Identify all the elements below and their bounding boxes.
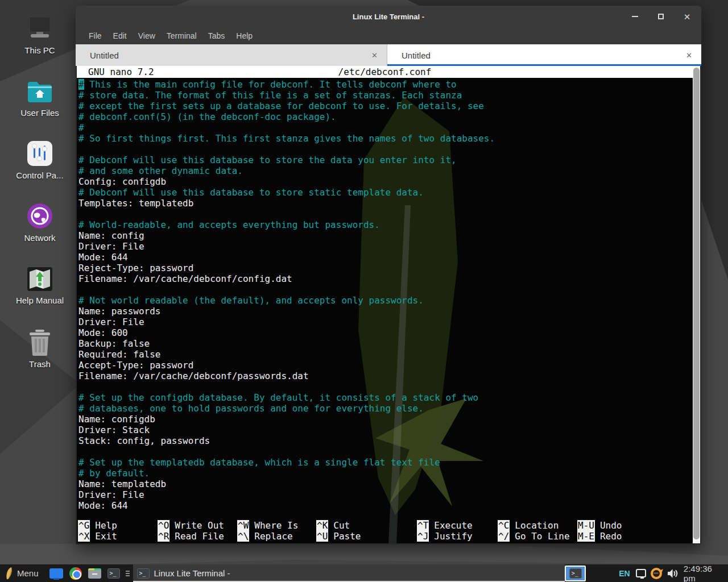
nano-shortcut-undo[interactable]: M-UUndo [577, 520, 622, 531]
nano-shortcut-help[interactable]: ^GHelp [78, 520, 117, 531]
menu-item-file[interactable]: File [83, 29, 107, 43]
terminal-screen[interactable]: GNU nano 7.2 /etc/debconf.conf # This is… [77, 66, 693, 543]
nano-shortcut-paste[interactable]: ^UPaste [316, 531, 361, 542]
editor-line: Templates: templatedb [78, 198, 693, 209]
blue-window-icon [49, 568, 63, 579]
maximize-button[interactable] [655, 10, 667, 23]
tab-untitled-2-active[interactable]: Untitled ✕ [387, 44, 701, 66]
desktop-icon-label: User Files [5, 108, 75, 118]
tab-label: Untitled [90, 51, 119, 60]
terminal-launcher[interactable]: >_ [107, 568, 120, 579]
keyboard-layout-indicator[interactable]: EN [619, 569, 630, 578]
desktop-icon-label: Trash [5, 359, 75, 369]
editor-line: # Debconf will use this database to stor… [78, 155, 693, 165]
clipboard-icon[interactable] [636, 569, 646, 577]
minimize-button[interactable] [628, 10, 641, 23]
editor-line [78, 284, 693, 295]
nano-shortcut-go-to-line[interactable]: ^/Go To Line [498, 531, 570, 542]
menu-button[interactable]: Menu [0, 564, 43, 582]
shortcut-key: M-U [577, 520, 595, 531]
editor-line: Name: configdb [78, 414, 693, 425]
editor-line: Reject-Type: password [78, 263, 693, 273]
tray-active-window-button[interactable]: >_ [565, 566, 586, 581]
shortcut-label: Read File [175, 531, 224, 542]
clock[interactable]: 2:49:36 pm [684, 564, 725, 582]
desktop-icon-trash[interactable]: Trash [5, 327, 75, 369]
editor-line: Required: false [78, 349, 693, 360]
editor-line: # store data. The format of this file is… [78, 90, 693, 101]
editor-line: # debconf.conf(5) (in the debconf-doc pa… [78, 111, 693, 122]
nano-shortcut-location[interactable]: ^CLocation [498, 520, 570, 531]
shortcut-key: ^X [78, 531, 90, 542]
shortcut-label: Where Is [254, 520, 298, 531]
nano-version: GNU nano 7.2 [88, 66, 154, 77]
menu-item-edit[interactable]: Edit [107, 29, 133, 43]
tab-close-icon[interactable]: ✕ [686, 51, 692, 60]
shortcut-label: Write Out [175, 520, 224, 531]
editor-line: # except the first sets up a database fo… [78, 101, 693, 111]
shortcut-key: ^J [417, 531, 429, 542]
desktop-icon-network[interactable]: Network [5, 201, 75, 243]
editor-line: Name: templatedb [78, 479, 693, 489]
editor-line: # Not world readable (the default), and … [78, 295, 693, 306]
chrome-icon [69, 567, 82, 580]
shortcut-key: ^\ [237, 531, 249, 542]
editor-line: # Set up the configdb database. By defau… [78, 392, 693, 403]
nano-shortcut-write-out[interactable]: ^OWrite Out [158, 520, 224, 531]
taskbar-window-button[interactable]: >_ Linux Lite Terminal - [133, 564, 565, 582]
editor-line: Mode: 600 [78, 327, 693, 338]
tab-untitled-1[interactable]: Untitled ✕ [76, 44, 387, 66]
menu-item-terminal[interactable]: Terminal [161, 29, 202, 43]
desktop-icon-this-pc[interactable]: This PC [5, 14, 75, 55]
editor-line: # This is the main config file for debco… [78, 79, 693, 90]
archive-manager-launcher[interactable] [88, 568, 101, 579]
shortcut-key: ^K [316, 520, 328, 531]
shortcut-label: Location [515, 520, 559, 531]
scrollbar[interactable] [693, 66, 700, 543]
desktop-icon-help-manual[interactable]: Help Manual [5, 264, 75, 305]
taskbar: Menu >_ >_ Linux Lite Terminal - >_ EN 2… [0, 564, 728, 582]
editor-line: Driver: File [78, 241, 693, 252]
nano-titlebar: GNU nano 7.2 /etc/debconf.conf [77, 66, 693, 78]
chrome-launcher[interactable] [69, 567, 82, 580]
nano-shortcut-read-file[interactable]: ^RRead File [158, 531, 224, 542]
nano-shortcut-cut[interactable]: ^KCut [316, 520, 361, 531]
editor-line: # and some other dynamic data. [78, 165, 693, 176]
menubar: FileEditViewTerminalTabsHelp [76, 27, 701, 44]
menu-item-help[interactable]: Help [230, 29, 258, 43]
nano-shortcut-redo[interactable]: M-ERedo [577, 531, 622, 542]
titlebar[interactable]: Linux Lite Terminal - ✕ [76, 6, 701, 27]
nano-shortcut-exit[interactable]: ^XExit [78, 531, 117, 542]
editor-line: Backup: false [78, 338, 693, 349]
file-manager-launcher[interactable] [49, 568, 63, 579]
close-icon: ✕ [684, 13, 691, 21]
shortcut-key: ^U [316, 531, 328, 542]
editor-line: # Set up the templatedb database, which … [78, 457, 693, 468]
text-cursor: # [78, 79, 84, 90]
file-drawer-icon [88, 568, 101, 579]
editor-line: Name: passwords [78, 306, 693, 317]
menu-item-tabs[interactable]: Tabs [202, 29, 231, 43]
scrollbar-thumb[interactable] [693, 68, 700, 539]
desktop: This PC User Files Control Pa... [0, 0, 728, 582]
editor-line: # databases, one to hold passwords and o… [78, 403, 693, 414]
nano-shortcut-execute[interactable]: ^TExecute [417, 520, 473, 531]
editor-lines: # This is the main config file for debco… [77, 78, 693, 511]
update-notifier-icon[interactable] [651, 568, 662, 579]
shortcut-key: ^C [498, 520, 510, 531]
shortcut-label: Undo [600, 520, 622, 531]
panel-separator-handle[interactable] [126, 571, 130, 576]
desktop-icon-user-files[interactable]: User Files [5, 76, 75, 118]
close-button[interactable]: ✕ [681, 10, 693, 23]
editor-line: Stack: config, passwords [78, 435, 693, 446]
editor-line: # Debconf will use this database to stor… [78, 187, 693, 198]
volume-icon[interactable] [667, 568, 678, 579]
tab-close-icon[interactable]: ✕ [371, 51, 378, 60]
nano-shortcut-justify[interactable]: ^JJustify [417, 531, 473, 542]
shortcut-label: Paste [333, 531, 361, 542]
nano-shortcut-where-is[interactable]: ^WWhere Is [237, 520, 298, 531]
menu-item-view[interactable]: View [133, 29, 161, 43]
desktop-icon-control-panel[interactable]: Control Pa... [5, 139, 75, 180]
editor-line: Driver: File [78, 317, 693, 327]
nano-shortcut-replace[interactable]: ^\Replace [237, 531, 298, 542]
